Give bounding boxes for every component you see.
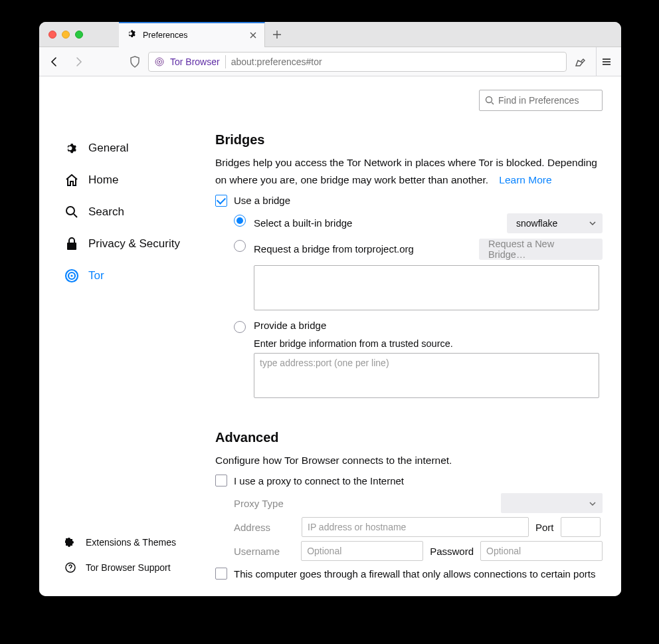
sidebar-item-home[interactable]: Home (64, 164, 215, 196)
use-bridge-label: Use a bridge (234, 195, 290, 206)
gear-icon (127, 29, 138, 41)
close-window-button[interactable] (48, 31, 56, 39)
shield-icon[interactable] (126, 56, 144, 68)
window-controls (39, 31, 92, 39)
lock-icon (64, 237, 79, 251)
url-bar[interactable]: Tor Browser about:preferences#tor (148, 52, 567, 72)
radio-request-bridge[interactable] (234, 240, 246, 252)
search-icon (485, 96, 494, 105)
sidebar-footer-label: Extensions & Themes (86, 537, 176, 548)
svg-point-2 (159, 60, 160, 62)
proxy-type-label: Proxy Type (234, 498, 295, 509)
security-level-icon[interactable] (571, 56, 589, 68)
tab-title: Preferences (143, 31, 243, 40)
preferences-content: Find in Preferences General Home Searc (39, 76, 621, 596)
sidebar-item-label: Home (88, 173, 118, 187)
sidebar-extensions-themes[interactable]: Extensions & Themes (64, 530, 215, 555)
bridges-description: Bridges help you access the Tor Network … (215, 154, 603, 189)
category-sidebar: General Home Search Privacy & Security (39, 76, 215, 596)
svg-point-8 (70, 274, 72, 276)
password-label: Password (430, 546, 474, 557)
puzzle-icon (64, 536, 76, 548)
help-icon (64, 562, 76, 574)
back-button[interactable] (45, 52, 64, 72)
request-bridge-textarea[interactable] (254, 265, 599, 310)
forward-button[interactable] (68, 52, 88, 72)
gear-icon (64, 141, 79, 156)
select-value: snowflake (516, 218, 557, 229)
proxy-type-select[interactable] (501, 493, 603, 513)
port-input[interactable] (561, 517, 601, 537)
radio-request-label: Request a bridge from torproject.org (254, 243, 479, 255)
use-proxy-label: I use a proxy to connect to the Internet (234, 475, 404, 486)
app-menu-button[interactable] (596, 47, 616, 76)
learn-more-link[interactable]: Learn More (499, 174, 551, 185)
search-preferences-input[interactable]: Find in Preferences (479, 90, 603, 111)
sidebar-item-label: Search (88, 205, 124, 219)
home-icon (64, 173, 79, 187)
firewall-label: This computer goes through a firewall th… (234, 568, 595, 580)
tab-bar: Preferences (39, 22, 621, 47)
advanced-heading: Advanced (215, 430, 603, 445)
use-proxy-checkbox[interactable] (215, 475, 227, 486)
close-tab-button[interactable] (248, 31, 258, 40)
firewall-checkbox[interactable] (215, 568, 227, 580)
search-icon (64, 205, 79, 219)
navigation-toolbar: Tor Browser about:preferences#tor (39, 47, 621, 76)
request-new-bridge-button[interactable]: Request a New Bridge… (479, 239, 603, 260)
radio-builtin-bridge[interactable] (234, 215, 246, 227)
svg-point-4 (66, 207, 74, 215)
chevron-down-icon (589, 218, 596, 229)
sidebar-item-privacy[interactable]: Privacy & Security (64, 228, 215, 260)
svg-point-3 (486, 97, 492, 103)
advanced-description: Configure how Tor Browser connects to th… (215, 452, 603, 469)
zoom-window-button[interactable] (75, 31, 83, 39)
sidebar-tor-support[interactable]: Tor Browser Support (64, 555, 215, 580)
tab-preferences[interactable]: Preferences (119, 22, 265, 47)
svg-rect-5 (67, 243, 76, 250)
radio-provide-bridge[interactable] (234, 321, 246, 333)
sidebar-item-search[interactable]: Search (64, 196, 215, 228)
provide-bridge-hint: Enter bridge information from a trusted … (254, 338, 603, 349)
radio-provide-label: Provide a bridge (254, 320, 326, 331)
browser-window: Preferences Tor Browser about:preference… (39, 22, 621, 596)
new-tab-button[interactable] (265, 30, 289, 39)
username-input[interactable] (301, 541, 423, 561)
tor-icon (64, 268, 79, 283)
sidebar-footer-label: Tor Browser Support (86, 562, 171, 573)
provide-bridge-textarea[interactable] (254, 353, 599, 398)
port-label: Port (535, 522, 554, 533)
sidebar-item-tor[interactable]: Tor (64, 260, 215, 292)
address-input[interactable] (302, 517, 529, 537)
sidebar-item-label: Tor (88, 269, 104, 282)
identity-label: Tor Browser (170, 56, 220, 67)
bridges-heading: Bridges (215, 132, 603, 148)
search-placeholder: Find in Preferences (498, 95, 579, 106)
main-panel: Bridges Bridges help you access the Tor … (215, 76, 621, 596)
builtin-bridge-select[interactable]: snowflake (507, 213, 603, 233)
use-bridge-checkbox[interactable] (215, 195, 227, 207)
minimize-window-button[interactable] (62, 31, 70, 39)
username-label: Username (234, 546, 294, 557)
chevron-down-icon (589, 498, 596, 509)
sidebar-item-label: General (88, 142, 128, 155)
url-text: about:preferences#tor (231, 56, 561, 67)
sidebar-item-label: Privacy & Security (88, 237, 180, 251)
tor-onion-icon (154, 56, 165, 67)
radio-builtin-label: Select a built-in bridge (254, 217, 507, 229)
sidebar-item-general[interactable]: General (64, 132, 215, 164)
address-label: Address (234, 522, 295, 533)
password-input[interactable] (480, 541, 603, 561)
